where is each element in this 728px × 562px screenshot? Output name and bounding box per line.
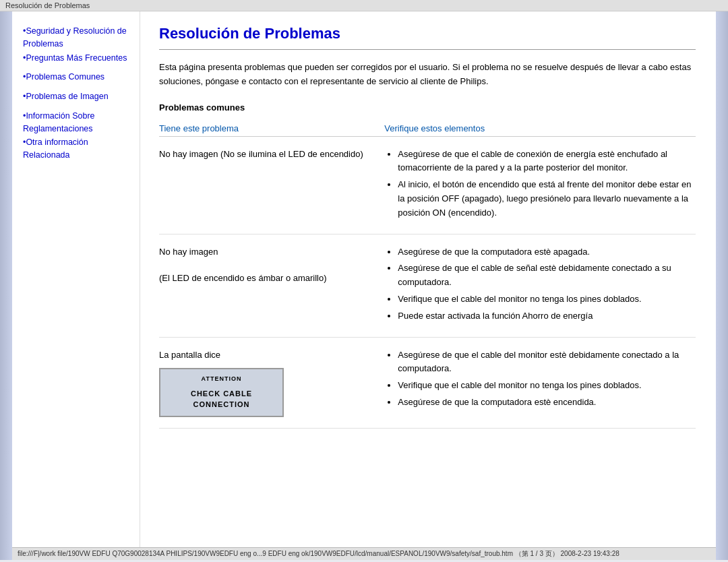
table-row: No hay imagen (El LED de encendido es ám… <box>159 235 696 338</box>
problem-cell-1: No hay imagen (No se ilumina el LED de e… <box>159 148 384 161</box>
content-area: Resolución de Problemas Esta página pres… <box>140 11 716 547</box>
sidebar-link-preguntas[interactable]: •Preguntas Más Frecuentes <box>23 52 131 65</box>
verify-cell-1: Asegúrese de que el cable de conexión de… <box>384 148 696 223</box>
table-row: No hay imagen (No se ilumina el LED de e… <box>159 137 696 235</box>
col-header-verify: Verifique estos elementos <box>384 123 696 133</box>
verify-cell-2: Asegúrese de que la computadora estè apa… <box>384 245 696 326</box>
sidebar-group-2: •Problemas Comunes <box>23 71 131 84</box>
left-accent <box>0 11 12 560</box>
table-header-row: Tiene este problema Verifique estos elem… <box>159 123 696 137</box>
sidebar-link-comunes[interactable]: •Problemas Comunes <box>23 71 131 84</box>
problem-cell-3: La pantalla dice ATTENTION CHECK CABLE C… <box>159 348 384 417</box>
attention-box: ATTENTION CHECK CABLE CONNECTION <box>159 368 284 417</box>
sidebar-link-informacion[interactable]: •Información Sobre Reglamentaciones <box>23 110 131 135</box>
verify-cell-3: Asegúrese de que el cable del monitor es… <box>384 348 696 412</box>
intro-text: Esta página presenta problemas que puede… <box>159 61 696 89</box>
title-bar: Resolución de Problemas <box>0 0 728 11</box>
status-bar: file:///F|/work file/190VW EDFU Q70G9002… <box>12 547 716 560</box>
problem-cell-2: No hay imagen (El LED de encendido es ám… <box>159 245 384 285</box>
solution-item: Asegúrese de que la computadora estè enc… <box>398 396 696 410</box>
solution-item: Asegúrese de que la computadora estè apa… <box>398 245 696 259</box>
solution-item: Asegúrese de que el cable de señal estè … <box>398 261 696 290</box>
problem-text-2a: No hay imagen <box>159 247 218 257</box>
right-accent <box>716 11 728 560</box>
solution-item: Verifique que el cable del monitor no te… <box>398 379 696 393</box>
section-title: Problemas comunes <box>159 102 696 113</box>
col-header-problem: Tiene este problema <box>159 123 384 133</box>
sidebar: •Seguridad y Resolución de Problemas •Pr… <box>12 11 140 547</box>
sidebar-link-otra[interactable]: •Otra información Relacionada <box>23 136 131 162</box>
sidebar-link-imagen[interactable]: •Problemas de Imagen <box>23 90 131 103</box>
solution-item: Al inicio, el botón de encendido que est… <box>398 178 696 220</box>
status-text: file:///F|/work file/190VW EDFU Q70G9002… <box>18 550 619 557</box>
solution-item: Puede estar activada la función Ahorro d… <box>398 309 696 323</box>
solution-item: Verifique que el cable del monitor no te… <box>398 292 696 307</box>
table-row: La pantalla dice ATTENTION CHECK CABLE C… <box>159 338 696 429</box>
solution-list-1: Asegúrese de que el cable de conexión de… <box>384 148 696 220</box>
title-divider <box>159 49 696 50</box>
attention-message: CHECK CABLE CONNECTION <box>167 388 276 410</box>
problem-table: No hay imagen (No se ilumina el LED de e… <box>159 137 696 429</box>
title-bar-text: Resolución de Problemas <box>5 1 90 9</box>
solution-list-2: Asegúrese de que la computadora estè apa… <box>384 245 696 323</box>
sidebar-group-1: •Seguridad y Resolución de Problemas •Pr… <box>23 25 131 64</box>
problem-text-3: La pantalla dice <box>159 350 220 360</box>
solution-item: Asegúrese de que el cable de conexión de… <box>398 148 696 176</box>
sidebar-group-4: •Información Sobre Reglamentaciones •Otr… <box>23 110 131 162</box>
attention-label: ATTENTION <box>167 375 276 384</box>
solution-list-3: Asegúrese de que el cable del monitor es… <box>384 348 696 410</box>
page-title: Resolución de Problemas <box>159 25 696 42</box>
problem-text-1: No hay imagen (No se ilumina el LED de e… <box>159 149 363 159</box>
sidebar-group-3: •Problemas de Imagen <box>23 90 131 103</box>
solution-item: Asegúrese de que el cable del monitor es… <box>398 348 696 377</box>
problem-text-2b: (El LED de encendido es ámbar o amarillo… <box>159 273 327 283</box>
sidebar-link-seguridad[interactable]: •Seguridad y Resolución de Problemas <box>23 25 131 51</box>
